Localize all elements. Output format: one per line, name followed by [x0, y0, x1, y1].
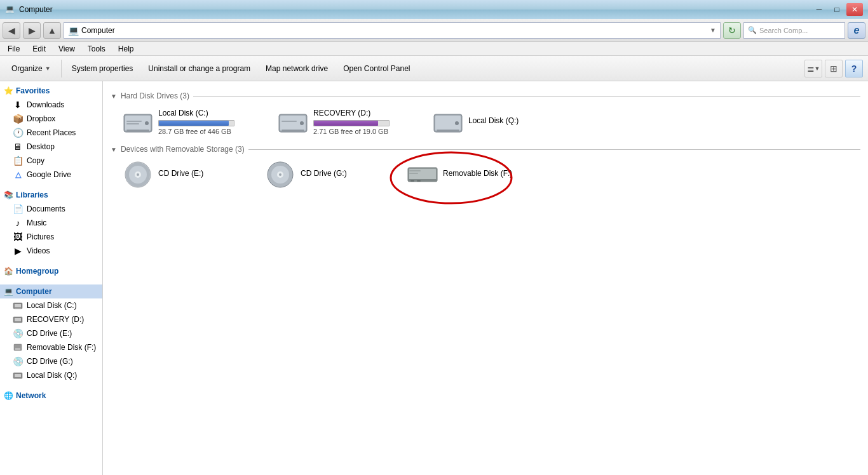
drive-d-bar-bg: [313, 120, 390, 126]
sidebar-item-music[interactable]: ♪ Music: [0, 216, 102, 230]
network-header[interactable]: 🌐 Network: [0, 389, 102, 403]
dropbox-label: Dropbox: [27, 114, 55, 123]
svg-rect-2: [15, 308, 21, 309]
local-q-label: Local Disk (Q:): [27, 371, 77, 380]
sidebar-item-dropbox[interactable]: 📦 Dropbox: [0, 112, 102, 126]
hdd-collapse-arrow[interactable]: ▼: [111, 93, 117, 100]
homegroup-header[interactable]: 🏠 Homegroup: [0, 264, 102, 278]
sidebar-item-documents[interactable]: 📄 Documents: [0, 202, 102, 216]
documents-icon: 📄: [13, 204, 23, 214]
sidebar-item-copy[interactable]: 📋 Copy: [0, 154, 102, 168]
recent-places-icon: 🕐: [13, 128, 23, 138]
downloads-icon: ⬇: [13, 100, 23, 110]
forward-button[interactable]: ▶: [23, 22, 41, 39]
drive-c-info: Local Disk (C:) 28.7 GB free of 446 GB: [158, 109, 264, 135]
map-drive-button[interactable]: Map network drive: [259, 58, 334, 79]
svg-rect-22: [437, 130, 459, 131]
system-properties-button[interactable]: System properties: [65, 58, 140, 79]
recovery-d-icon: [13, 314, 23, 324]
drive-q-icon: [433, 109, 463, 135]
sidebar-item-local-q[interactable]: Local Disk (Q:): [0, 368, 102, 382]
local-c-label: Local Disk (C:): [27, 301, 77, 310]
search-box[interactable]: 🔍 Search Comp...: [743, 22, 845, 39]
hdd-section-header: ▼ Hard Disk Drives (3): [111, 91, 860, 100]
computer-section: 💻 Computer Local Disk (C:) RECOVERY (D:)…: [0, 284, 102, 382]
help-button[interactable]: ?: [845, 60, 863, 77]
drive-local-c[interactable]: Local Disk (C:) 28.7 GB free of 446 GB: [117, 104, 269, 140]
sidebar-item-desktop[interactable]: 🖥 Desktop: [0, 140, 102, 154]
menu-tools[interactable]: Tools: [83, 43, 111, 55]
sidebar: ⭐ Favorites ⬇ Downloads 📦 Dropbox 🕐 Rece…: [0, 81, 103, 475]
sidebar-item-recent-places[interactable]: 🕐 Recent Places: [0, 126, 102, 140]
libraries-header[interactable]: 📚 Libraries: [0, 188, 102, 202]
uninstall-button[interactable]: Uninstall or change a program: [142, 58, 257, 79]
drive-c-icon: [123, 109, 153, 135]
system-properties-label: System properties: [72, 64, 133, 73]
drive-local-q[interactable]: Local Disk (Q:): [427, 104, 554, 140]
sidebar-item-recovery-d[interactable]: RECOVERY (D:): [0, 312, 102, 326]
removable-collapse-arrow[interactable]: ▼: [111, 146, 117, 153]
maximize-button[interactable]: □: [829, 3, 845, 16]
drive-recovery-d[interactable]: RECOVERY (D:) 2.71 GB free of 19.0 GB: [272, 104, 424, 140]
copy-icon: 📋: [13, 156, 23, 166]
local-c-icon: [13, 300, 23, 311]
sidebar-item-pictures[interactable]: 🖼 Pictures: [0, 230, 102, 244]
cd-e-icon: 💿: [13, 328, 23, 338]
svg-rect-19: [281, 121, 297, 122]
minimize-button[interactable]: ─: [811, 3, 827, 16]
close-button[interactable]: ✕: [846, 3, 863, 16]
drive-cd-e[interactable]: CD Drive (E:): [117, 157, 257, 192]
menu-file[interactable]: File: [3, 43, 25, 55]
refresh-button[interactable]: ↻: [723, 22, 741, 39]
desktop-label: Desktop: [27, 142, 55, 151]
network-section: 🌐 Network: [0, 389, 102, 403]
layout-button[interactable]: ⊞: [825, 60, 843, 77]
svg-point-12: [145, 121, 149, 125]
favorites-icon: ⭐: [4, 86, 13, 95]
cd-e-label: CD Drive (E:): [27, 329, 72, 338]
drive-c-bar-bg: [158, 120, 234, 126]
sidebar-item-downloads[interactable]: ⬇ Downloads: [0, 98, 102, 112]
address-path[interactable]: 💻 Computer ▼: [64, 22, 721, 39]
svg-rect-11: [126, 130, 149, 131]
libraries-icon: 📚: [4, 191, 13, 199]
menu-view[interactable]: View: [53, 43, 80, 55]
copy-label: Copy: [27, 156, 44, 165]
homegroup-label: Homegroup: [16, 267, 58, 276]
cd-g-icon: 💿: [13, 356, 23, 366]
sidebar-item-local-c[interactable]: Local Disk (C:): [0, 298, 102, 312]
ie-button[interactable]: e: [848, 22, 865, 39]
view-button[interactable]: ≣ ▼: [804, 60, 822, 77]
organize-button[interactable]: Organize ▼: [5, 58, 57, 79]
drive-cd-g[interactable]: CD Drive (G:): [259, 157, 399, 192]
sidebar-item-google-drive[interactable]: △ Google Drive: [0, 168, 102, 182]
network-icon: 🌐: [4, 391, 13, 400]
sidebar-item-videos[interactable]: ▶ Videos: [0, 244, 102, 258]
cd-g-label: CD Drive (G:): [27, 357, 73, 366]
svg-rect-6: [15, 348, 20, 350]
menu-help[interactable]: Help: [113, 43, 139, 55]
back-button[interactable]: ◀: [3, 22, 20, 39]
path-dropdown-icon[interactable]: ▼: [710, 27, 716, 34]
sidebar-item-cd-g[interactable]: 💿 CD Drive (G:): [0, 354, 102, 368]
sidebar-item-removable-f[interactable]: Removable Disk (F:): [0, 340, 102, 354]
svg-rect-40: [409, 173, 418, 174]
up-button[interactable]: ▲: [43, 22, 61, 39]
drive-d-icon: [278, 109, 308, 135]
control-panel-button[interactable]: Open Control Panel: [337, 58, 416, 79]
drive-d-free: 2.71 GB free of 19.0 GB: [313, 128, 419, 135]
music-label: Music: [27, 218, 46, 227]
cd-e-info: CD Drive (E:): [158, 169, 251, 180]
menu-edit[interactable]: Edit: [27, 43, 51, 55]
google-drive-label: Google Drive: [27, 170, 71, 179]
hdd-drive-grid: Local Disk (C:) 28.7 GB free of 446 GB: [111, 104, 860, 140]
favorites-header[interactable]: ⭐ Favorites: [0, 84, 102, 98]
svg-point-23: [455, 121, 459, 125]
cd-g-name: CD Drive (G:): [301, 169, 393, 178]
drive-removable-f[interactable]: Removable Disk (F:): [402, 157, 541, 192]
computer-header[interactable]: 💻 Computer: [0, 284, 102, 298]
videos-icon: ▶: [13, 246, 23, 256]
desktop-icon: 🖥: [13, 142, 23, 152]
path-icon: 💻: [68, 25, 79, 36]
sidebar-item-cd-e[interactable]: 💿 CD Drive (E:): [0, 326, 102, 340]
